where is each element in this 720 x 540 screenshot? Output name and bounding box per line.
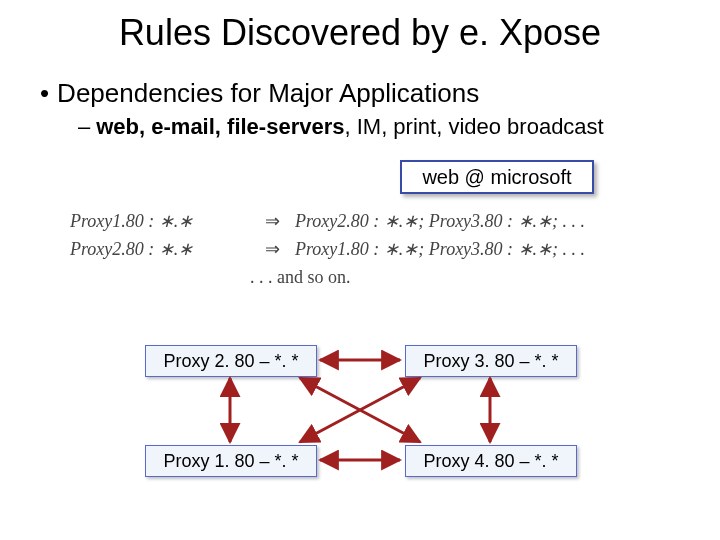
node-proxy1: Proxy 1. 80 – *. * (145, 445, 317, 477)
node-proxy2: Proxy 2. 80 – *. * (145, 345, 317, 377)
bullet-dash-icon: – (78, 114, 90, 139)
math-r1-right: Proxy2.80 : ∗.∗; Proxy3.80 : ∗.∗; . . . (295, 208, 650, 236)
bullet2-bold: web, e-mail, file-servers (96, 114, 344, 139)
math-r2-left: Proxy2.80 : ∗.∗ (70, 236, 250, 264)
bullet1-text: Dependencies for Major Applications (57, 78, 479, 108)
bullet-dot-icon: • (40, 78, 49, 108)
bullet-level1: •Dependencies for Major Applications (40, 78, 479, 109)
svg-line-5 (300, 378, 420, 442)
rules-math-block: Proxy1.80 : ∗.∗ ⇒ Proxy2.80 : ∗.∗; Proxy… (70, 208, 650, 292)
svg-line-4 (300, 378, 420, 442)
node-proxy3: Proxy 3. 80 – *. * (405, 345, 577, 377)
implies-icon: ⇒ (250, 208, 295, 236)
slide-title: Rules Discovered by e. Xpose (0, 12, 720, 54)
bullet2-rest: , IM, print, video broadcast (344, 114, 603, 139)
context-badge: web @ microsoft (400, 160, 594, 194)
node-proxy4: Proxy 4. 80 – *. * (405, 445, 577, 477)
bullet-level2: –web, e-mail, file-servers, IM, print, v… (78, 114, 604, 140)
math-r3: . . . and so on. (250, 264, 650, 292)
math-r1-left: Proxy1.80 : ∗.∗ (70, 208, 250, 236)
implies-icon: ⇒ (250, 236, 295, 264)
math-r2-right: Proxy1.80 : ∗.∗; Proxy3.80 : ∗.∗; . . . (295, 236, 650, 264)
